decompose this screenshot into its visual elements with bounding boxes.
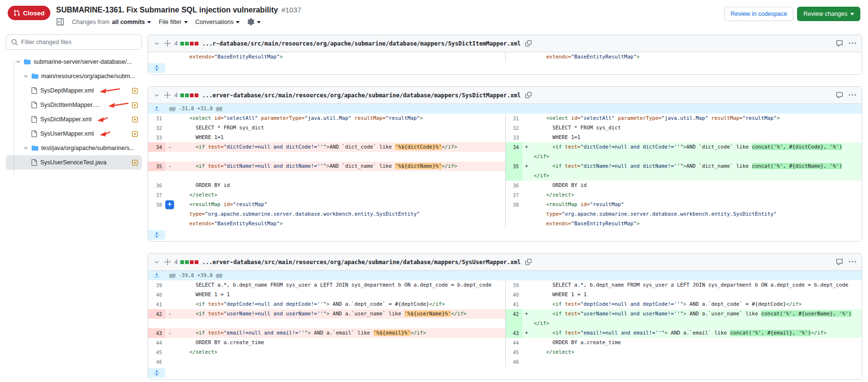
line-number[interactable]: 44	[505, 338, 522, 347]
diff-sign	[165, 133, 174, 142]
file-path[interactable]: ...erver-database/src/main/resources/org…	[202, 259, 521, 266]
line-number[interactable]: 38	[505, 200, 522, 209]
chevron-down-icon	[147, 21, 151, 25]
expand-hunk-button[interactable]	[148, 271, 165, 280]
line-number[interactable]	[505, 171, 522, 181]
tree-folder-item[interactable]: submarine-server/server-database/...	[6, 55, 142, 69]
line-number[interactable]: 41	[148, 300, 165, 309]
line-number[interactable]: 46	[148, 357, 165, 367]
tree-file-item[interactable]: SysUserMapper.xml	[6, 127, 142, 141]
file-filter-dropdown[interactable]: File filter	[159, 19, 187, 25]
line-number[interactable]	[148, 152, 165, 162]
code-line: SELECT * FROM sys_dict	[174, 123, 505, 133]
line-number[interactable]: 31	[505, 114, 522, 123]
diffstat-square	[190, 42, 194, 46]
line-number[interactable]: 34	[505, 142, 522, 152]
collapse-file-button[interactable]	[153, 40, 161, 47]
file-filter-box	[6, 35, 142, 50]
line-number[interactable]: 39	[148, 280, 165, 290]
line-number[interactable]: 39	[505, 280, 522, 290]
line-number[interactable]	[505, 52, 522, 62]
diff-sign	[522, 133, 531, 142]
collapse-file-button[interactable]	[153, 92, 161, 99]
line-number[interactable]: 42	[505, 309, 522, 319]
line-number[interactable]: 44	[148, 338, 165, 347]
tree-file-item[interactable]: SysUserServiceTest.java	[6, 155, 142, 170]
file-menu-button[interactable]	[848, 91, 857, 100]
line-number[interactable]	[505, 152, 522, 162]
conversations-dropdown[interactable]: Conversations	[196, 19, 240, 25]
add-comment-button[interactable]: +	[165, 200, 174, 209]
expand-hunk-button[interactable]	[148, 104, 165, 114]
line-number[interactable]: 42	[148, 309, 165, 319]
review-changes-button[interactable]: Review changes	[797, 7, 860, 21]
line-number[interactable]	[505, 209, 522, 219]
code-line: WHERE 1 = 1	[174, 290, 505, 300]
code-line: <if test="dictCode!=null and dictCode!='…	[531, 142, 862, 152]
line-number[interactable]: 41	[505, 300, 522, 309]
tree-folder-item[interactable]: test/java/org/apache/submarine/s...	[6, 141, 142, 155]
line-number[interactable]: 33	[148, 133, 165, 142]
line-number[interactable]	[148, 171, 165, 181]
line-number[interactable]: 45	[148, 347, 165, 357]
diff-sign	[165, 347, 174, 357]
line-number[interactable]: 37	[505, 190, 522, 200]
line-number[interactable]	[148, 209, 165, 219]
line-number[interactable]: 34	[148, 142, 165, 152]
expand-diff-button[interactable]	[148, 230, 165, 240]
diff-sign: +	[522, 309, 531, 319]
line-number[interactable]	[505, 219, 522, 229]
files-toolbar: Changes fromall commits File filter Conv…	[56, 18, 301, 26]
line-number[interactable]: 37	[148, 190, 165, 200]
review-in-codespace-button[interactable]: Review in codespace	[724, 7, 793, 21]
line-number[interactable]	[148, 319, 165, 328]
tree-file-item[interactable]: SysDeptMapper.xml	[6, 83, 142, 98]
file-path[interactable]: ...r-database/src/main/resources/org/apa…	[202, 40, 521, 47]
changes-from-dropdown[interactable]: Changes fromall commits	[72, 19, 151, 25]
line-number[interactable]: 38	[148, 200, 165, 209]
line-number[interactable]: 36	[505, 181, 522, 190]
line-number[interactable]	[505, 319, 522, 328]
line-number[interactable]: 32	[505, 123, 522, 133]
file-menu-button[interactable]	[848, 257, 857, 266]
line-number[interactable]: 35	[148, 162, 165, 171]
line-number[interactable]: 31	[148, 114, 165, 123]
line-number[interactable]	[148, 52, 165, 62]
line-number[interactable]: 40	[505, 290, 522, 300]
line-number[interactable]: 33	[505, 133, 522, 142]
copy-path-button[interactable]	[524, 258, 532, 266]
collapse-file-button[interactable]	[153, 258, 161, 266]
diff-sign	[522, 181, 531, 190]
line-number[interactable]	[148, 219, 165, 229]
expand-diff-button[interactable]	[148, 63, 165, 73]
tree-file-item[interactable]: SysDictItemMapper.xml	[6, 98, 142, 112]
line-number[interactable]: 35	[505, 162, 522, 171]
sidebar-toggle-button[interactable]	[56, 18, 64, 26]
file-menu-button[interactable]	[848, 39, 857, 48]
comment-button[interactable]	[835, 257, 844, 266]
expand-diff-button[interactable]	[148, 368, 165, 378]
line-number[interactable]: 32	[148, 123, 165, 133]
diff-sign	[522, 114, 531, 123]
file-path[interactable]: ...erver-database/src/main/resources/org…	[202, 92, 521, 99]
diff-sign	[522, 209, 531, 219]
status-badge-label: Closed	[23, 10, 45, 17]
tree-file-item[interactable]: SysDictMapper.xml	[6, 112, 142, 127]
line-number[interactable]: 43	[148, 328, 165, 338]
diff-sign	[522, 152, 531, 162]
tree-folder-item[interactable]: main/resources/org/apache/subm...	[6, 69, 142, 83]
diff-settings-dropdown[interactable]	[247, 18, 261, 25]
filter-files-input[interactable]	[21, 39, 137, 46]
diff-body: @@ -39,8 +39,8 @@39 SELECT a.*, b.dept_n…	[148, 271, 862, 367]
line-number[interactable]: 36	[148, 181, 165, 190]
unfold-icon	[154, 370, 160, 376]
comment-button[interactable]	[835, 39, 844, 48]
code-line: </select>	[531, 190, 862, 200]
copy-path-button[interactable]	[524, 91, 532, 99]
line-number[interactable]: 46	[505, 357, 522, 367]
line-number[interactable]: 40	[148, 290, 165, 300]
line-number[interactable]: 45	[505, 347, 522, 357]
comment-button[interactable]	[835, 91, 844, 100]
line-number[interactable]: 43	[505, 328, 522, 338]
copy-path-button[interactable]	[524, 39, 532, 47]
